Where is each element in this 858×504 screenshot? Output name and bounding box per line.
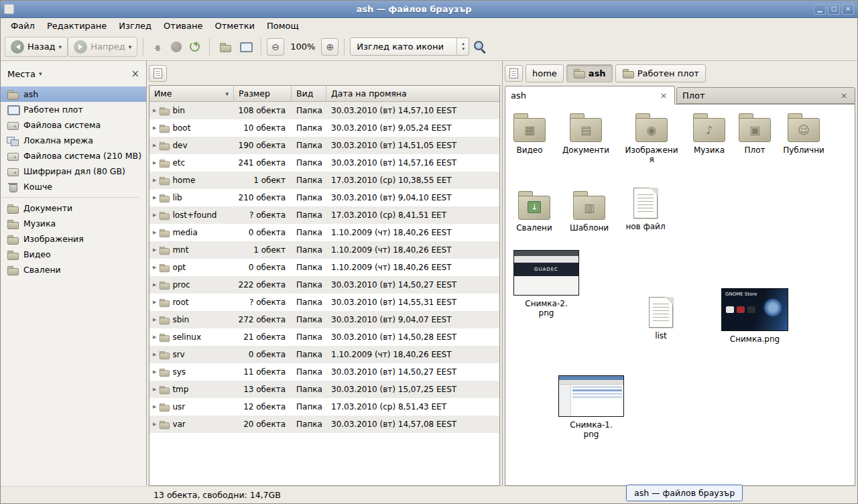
expander-icon[interactable]: ▶ [153, 143, 156, 148]
folder-item-desktop[interactable]: ▣ Плот [728, 111, 782, 155]
column-header-date[interactable]: Дата на промяна [326, 86, 499, 101]
forward-button[interactable]: Напред ▾ [68, 37, 137, 57]
expander-icon[interactable]: ▶ [153, 160, 156, 166]
menu-item[interactable]: Файл [5, 19, 41, 32]
sidebar-item[interactable]: Файлова система [1, 117, 146, 133]
file-item-list[interactable]: list [634, 296, 688, 340]
folder-item-templates[interactable]: ▥ Шаблони [562, 189, 616, 233]
computer-button[interactable] [235, 40, 255, 54]
path-button-ash[interactable]: ash [566, 64, 613, 82]
expander-icon[interactable]: ▶ [153, 404, 156, 410]
expander-icon[interactable]: ▶ [153, 422, 156, 427]
folder-item-downloads[interactable]: ↓ Свалени [507, 189, 561, 233]
table-row[interactable]: ▶ mnt 1 обект Папка 1.10.2009 (чт) 18,40… [149, 241, 499, 259]
table-row[interactable]: ▶ sys 11 обекта Папка 30.03.2010 (вт) 14… [149, 363, 499, 381]
file-item-snimka[interactable]: GNOME Store Снимка.png [721, 288, 788, 344]
table-row[interactable]: ▶ selinux 21 обекта Папка 30.03.2010 (вт… [149, 328, 499, 346]
folder-item-documents[interactable]: ▤ Документи [559, 111, 613, 155]
minimize-button[interactable]: ▁ [814, 4, 826, 15]
table-row[interactable]: ▶ var 20 обекта Папка 30.03.2010 (вт) 14… [149, 416, 499, 433]
expander-icon[interactable]: ▶ [153, 265, 156, 270]
expander-icon[interactable]: ▶ [153, 108, 156, 113]
expander-icon[interactable]: ▶ [153, 195, 156, 200]
sidebar-item[interactable]: Музика [1, 216, 146, 231]
expander-icon[interactable]: ▶ [153, 282, 156, 288]
location-toggle-button[interactable] [149, 65, 167, 82]
table-row[interactable]: ▶ lib 210 обекта Папка 30.03.2010 (вт) 9… [149, 189, 499, 206]
table-row[interactable]: ▶ dev 190 обекта Папка 30.03.2010 (вт) 1… [149, 137, 499, 154]
file-item-snimka1[interactable]: Снимка-1.png [558, 375, 625, 440]
folder-item-public[interactable]: ☺ Публични [777, 111, 831, 155]
sidebar-item[interactable]: ash [1, 86, 146, 102]
menu-item[interactable]: Изглед [113, 19, 158, 32]
path-button-home[interactable]: home [526, 64, 564, 82]
expander-icon[interactable]: ▶ [153, 300, 156, 305]
menu-item[interactable]: Отиване [158, 19, 208, 32]
tab-close-icon[interactable]: × [658, 90, 669, 101]
path-button-desktop[interactable]: Работен плот [615, 64, 706, 82]
expander-icon[interactable]: ▶ [153, 387, 156, 392]
expander-icon[interactable]: ▶ [153, 125, 156, 131]
menu-item[interactable]: Отметки [208, 19, 260, 32]
table-row[interactable]: ▶ bin 108 обекта Папка 30.03.2010 (вт) 1… [149, 102, 499, 119]
search-button[interactable] [469, 38, 490, 55]
table-row[interactable]: ▶ usr 12 обекта Папка 17.03.2010 (ср) 8,… [149, 398, 499, 416]
sidebar-item[interactable]: Изображения [1, 231, 146, 247]
expander-icon[interactable]: ▶ [153, 317, 156, 322]
table-row[interactable]: ▶ opt 0 обекта Папка 1.10.2009 (чт) 18,4… [149, 259, 499, 276]
expander-icon[interactable]: ▶ [153, 178, 156, 183]
forward-dropdown-icon[interactable]: ▾ [129, 44, 132, 50]
table-row[interactable]: ▶ etc 241 обекта Папка 30.03.2010 (вт) 1… [149, 154, 499, 172]
expander-icon[interactable]: ▶ [153, 334, 156, 340]
column-header-name[interactable]: Име ▾ [149, 86, 234, 101]
tab-close-icon[interactable]: × [839, 90, 849, 101]
maximize-button[interactable]: □ [828, 4, 840, 15]
tab-plot[interactable]: Плот × [676, 87, 855, 104]
file-item-snimka2[interactable]: GUADEC Снимка-2.png [513, 250, 580, 318]
file-item-new-file[interactable]: нов файл [619, 186, 672, 231]
zoom-in-button[interactable]: ⊕ [321, 38, 339, 56]
close-button[interactable]: × [842, 4, 854, 15]
table-row[interactable]: ▶ tmp 13 обекта Папка 30.03.2010 (вт) 15… [149, 381, 499, 398]
tab-ash[interactable]: ash × [505, 86, 675, 105]
table-row[interactable]: ▶ media 0 обекта Папка 1.10.2009 (чт) 18… [149, 224, 499, 241]
expander-icon[interactable]: ▶ [153, 369, 156, 375]
view-mode-select[interactable]: Изглед като икони ▴▾ [350, 38, 469, 56]
menu-item[interactable]: Помощ [261, 19, 305, 32]
table-row[interactable]: ▶ proc 222 обекта Папка 30.03.2010 (вт) … [149, 276, 499, 294]
folder-item-video[interactable]: ▦ Видео [505, 111, 556, 155]
expander-icon[interactable]: ▶ [153, 247, 156, 253]
sidebar-item[interactable]: Видео [1, 247, 146, 262]
table-row[interactable]: ▶ sbin 272 обекта Папка 30.03.2010 (вт) … [149, 311, 499, 328]
sidebar-item[interactable]: Кошче [1, 179, 146, 194]
expander-icon[interactable]: ▶ [153, 212, 156, 218]
titlebar[interactable]: ash — файлов браузър ▁ □ × [1, 1, 857, 18]
combo-spinner-icon[interactable]: ▴▾ [456, 38, 469, 55]
table-row[interactable]: ▶ home 1 обект Папка 17.03.2010 (ср) 10,… [149, 172, 499, 189]
folder-item-pictures[interactable]: ◉ Изображения [625, 111, 678, 165]
sidebar-item[interactable]: Свалени [1, 262, 146, 277]
back-dropdown-icon[interactable]: ▾ [59, 44, 62, 50]
sidebar-item[interactable]: Локална мрежа [1, 133, 146, 148]
expander-icon[interactable]: ▶ [153, 230, 156, 235]
reload-button[interactable] [186, 40, 204, 54]
sidebar-close-icon[interactable]: × [131, 68, 139, 80]
menu-item[interactable]: Редактиране [41, 19, 113, 32]
table-row[interactable]: ▶ boot 10 обекта Папка 30.03.2010 (вт) 9… [149, 119, 499, 137]
sidebar-item[interactable]: Работен плот [1, 102, 146, 117]
sidebar-item[interactable]: Шифриран дял (80 GB) [1, 164, 146, 179]
table-row[interactable]: ▶ root ? обекта Папка 30.03.2010 (вт) 14… [149, 294, 499, 311]
back-button[interactable]: Назад ▾ [5, 37, 68, 57]
home-button[interactable] [215, 40, 235, 54]
table-row[interactable]: ▶ lost+found ? обекта Папка 17.03.2010 (… [149, 206, 499, 224]
location-toggle-button[interactable] [505, 65, 523, 82]
stop-button[interactable] [167, 40, 186, 54]
icon-view[interactable]: ▦ Видео ▤ Документи ◉ Изображения ♪ Музи… [505, 104, 855, 486]
zoom-out-button[interactable]: ⊖ [267, 38, 284, 56]
column-header-type[interactable]: Вид [292, 86, 326, 101]
expander-icon[interactable]: ▶ [153, 352, 156, 357]
sidebar-item[interactable]: Документи [1, 200, 146, 216]
up-button[interactable] [149, 40, 167, 54]
sidebar-item[interactable]: Файлова система (210 MB) [1, 148, 146, 164]
table-row[interactable]: ▶ srv 0 обекта Папка 1.10.2009 (чт) 18,4… [149, 346, 499, 363]
